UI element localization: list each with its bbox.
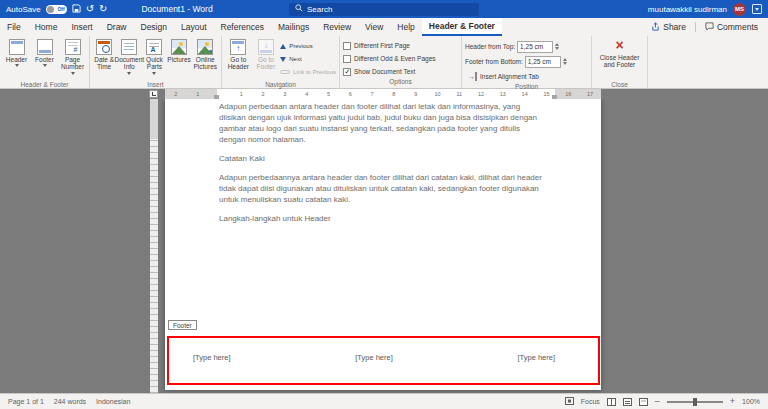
tab-label: Design (141, 22, 167, 32)
different-first-page-checkbox[interactable]: Different First Page (343, 40, 410, 51)
search-placeholder: Search (307, 5, 332, 14)
tab-header-footer[interactable]: Header & Footer (422, 18, 502, 36)
ribbon-empty-space (648, 36, 768, 88)
spin-down-icon (555, 47, 559, 50)
pictures-button[interactable]: Pictures (167, 38, 192, 80)
group-label-close: Close (592, 80, 647, 90)
quick-parts-button[interactable]: Quick Parts (143, 38, 165, 80)
tab-design[interactable]: Design (134, 18, 174, 36)
avatar[interactable]: MS (733, 3, 746, 16)
document-page[interactable]: Adapun perbedaan antara header dan foote… (165, 99, 601, 390)
footer-from-bottom-input[interactable] (525, 56, 561, 68)
page-number-button[interactable]: Page Number (59, 38, 86, 80)
group-label-options: Options (340, 77, 461, 88)
button-label: Quick Parts (144, 56, 164, 71)
link-to-previous-button[interactable]: Link to Previous (280, 66, 336, 78)
close-header-footer-button[interactable]: Close Header and Footer (596, 38, 644, 80)
tab-home[interactable]: Home (28, 18, 65, 36)
read-mode-icon[interactable] (607, 398, 616, 406)
zoom-in-icon[interactable]: + (730, 397, 735, 406)
redo-icon[interactable]: ↻ (99, 4, 107, 14)
word-window: AutoSave Off ↺ ↻ Document1 - Word Search… (0, 0, 768, 409)
focus-button[interactable]: Focus (581, 398, 600, 405)
button-label: Footer (35, 56, 54, 63)
date-time-icon (96, 39, 112, 55)
footer-placeholder-center[interactable]: [Type here] (355, 353, 393, 362)
zoom-level[interactable]: 100% (742, 398, 760, 405)
tab-insert[interactable]: Insert (64, 18, 99, 36)
previous-button[interactable]: Previous (280, 40, 336, 52)
share-button[interactable]: Share (651, 22, 686, 33)
header-button[interactable]: Header (3, 38, 30, 80)
zoom-out-icon[interactable]: – (655, 397, 660, 406)
comments-label: Comments (717, 22, 758, 32)
search-input[interactable]: Search (289, 3, 479, 16)
vertical-ruler[interactable] (150, 99, 158, 393)
button-label: Online Pictures (194, 56, 217, 71)
body-paragraph: Adapun perbedaan antara header dan foote… (219, 101, 545, 145)
ribbon-group-navigation: Go to Header Go to Footer Previous Next (222, 36, 340, 88)
group-label-navigation: Navigation (222, 80, 339, 90)
page-indicator[interactable]: Page 1 of 1 (8, 398, 44, 405)
footer-from-bottom-label: Footer from Bottom: (465, 58, 523, 65)
footer-icon (37, 39, 53, 55)
date-time-button[interactable]: Date & Time (93, 38, 115, 80)
avatar-initials: MS (735, 6, 744, 12)
show-document-text-checkbox[interactable]: Show Document Text (343, 66, 415, 77)
tab-view[interactable]: View (358, 18, 390, 36)
footer-button[interactable]: Footer (31, 38, 58, 80)
close-icon (613, 39, 627, 53)
next-button[interactable]: Next (280, 53, 336, 65)
tab-references[interactable]: References (214, 18, 271, 36)
group-label-insert: Insert (90, 80, 221, 90)
document-info-button[interactable]: Document Info (116, 38, 142, 80)
save-icon[interactable] (72, 4, 81, 15)
spinner-stepper[interactable] (555, 43, 559, 50)
ribbon-display-options-icon[interactable] (752, 4, 762, 14)
tab-mailings[interactable]: Mailings (271, 18, 316, 36)
footer-placeholder-left[interactable]: [Type here] (193, 353, 231, 362)
tab-help[interactable]: Help (390, 18, 421, 36)
spin-up-icon (563, 58, 567, 61)
footer-tab-label: Footer (168, 320, 197, 330)
tab-stop-selector[interactable] (149, 90, 158, 98)
go-to-header-button[interactable]: Go to Header (225, 38, 252, 80)
online-pictures-button[interactable]: Online Pictures (193, 38, 218, 80)
chevron-down-icon (152, 72, 156, 75)
user-name[interactable]: muutawakkil sudirman (648, 5, 727, 14)
tab-file[interactable]: File (0, 18, 28, 36)
tab-layout[interactable]: Layout (174, 18, 214, 36)
tab-review[interactable]: Review (316, 18, 358, 36)
status-bar: Page 1 of 1 244 words Indonesian Focus –… (0, 393, 768, 409)
header-from-top-label: Header from Top: (465, 43, 515, 50)
different-odd-even-checkbox[interactable]: Different Odd & Even Pages (343, 53, 436, 64)
previous-icon (280, 44, 286, 49)
go-to-footer-button[interactable]: Go to Footer (253, 38, 280, 80)
button-label: Close Header and Footer (597, 54, 643, 69)
ribbon-group-header-footer: Header Footer Page Number Header & Foote… (0, 36, 90, 88)
undo-icon[interactable]: ↺ (86, 4, 94, 14)
chevron-down-icon (127, 72, 131, 75)
zoom-slider[interactable] (667, 401, 723, 403)
header-from-top-input[interactable] (517, 41, 553, 53)
web-layout-icon[interactable] (639, 398, 648, 406)
chevron-down-icon (43, 64, 47, 67)
tab-draw[interactable]: Draw (100, 18, 134, 36)
link-icon (280, 70, 290, 74)
indent-marker-left[interactable] (214, 95, 219, 99)
zoom-slider-thumb[interactable] (693, 398, 697, 406)
pictures-icon (171, 39, 187, 55)
comments-button[interactable]: Comments (705, 22, 758, 33)
word-count[interactable]: 244 words (54, 398, 86, 405)
chevron-down-icon (15, 64, 19, 67)
language-indicator[interactable]: Indonesian (96, 398, 130, 405)
document-info-icon (121, 39, 137, 55)
print-layout-icon[interactable] (623, 398, 632, 406)
tab-label: Help (397, 22, 414, 32)
insert-alignment-tab-button[interactable]: Insert Alignment Tab (465, 70, 539, 82)
footer-placeholder-right[interactable]: [Type here] (517, 353, 555, 362)
next-icon (280, 57, 286, 62)
spinner-stepper[interactable] (563, 58, 567, 65)
indent-marker-right[interactable] (552, 95, 557, 99)
autosave-toggle[interactable]: Off (46, 5, 67, 14)
